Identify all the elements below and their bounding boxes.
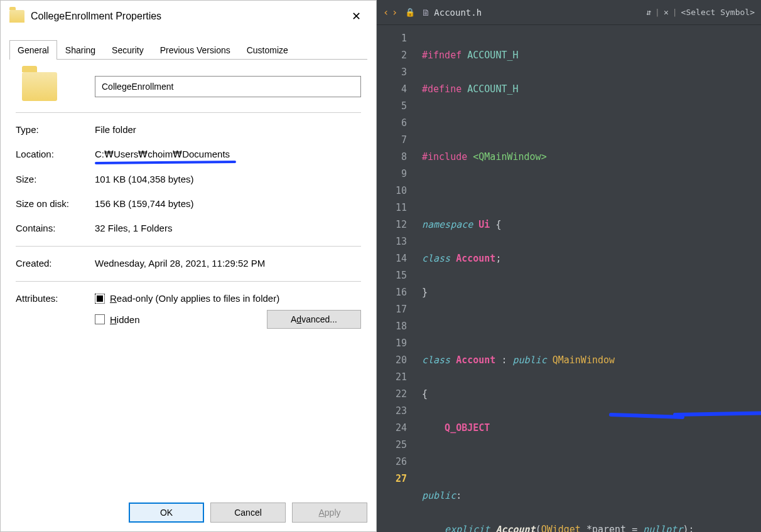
apply-button[interactable]: Apply <box>292 503 367 523</box>
size-label: Size: <box>16 174 95 184</box>
line-number-gutter: 1234567891011121314151617181920212223242… <box>377 25 414 532</box>
lock-icon: 🔒 <box>405 8 415 17</box>
attributes-label: Attributes: <box>16 293 95 329</box>
created-value: Wednesday, April 28, 2021, 11:29:52 PM <box>95 258 361 269</box>
row-location: Location:C:₩Users₩choim₩Documents <box>16 149 361 160</box>
advanced-button[interactable]: Advanced... <box>267 310 361 329</box>
created-label: Created: <box>16 258 95 269</box>
nav-back-icon[interactable]: ‹ <box>383 6 389 18</box>
size-value: 101 KB (104,358 bytes) <box>95 174 361 184</box>
contains-label: Contains: <box>16 223 95 233</box>
readonly-label: Read-only (Only applies to files in fold… <box>110 293 279 304</box>
ok-button[interactable]: OK <box>129 503 204 523</box>
tabs: General Sharing Security Previous Versio… <box>9 40 367 60</box>
tab-sharing[interactable]: Sharing <box>57 40 104 60</box>
file-name-label[interactable]: Account.h <box>434 8 482 18</box>
cancel-button[interactable]: Cancel <box>210 503 286 523</box>
properties-dialog: CollegeEnrollment Properties ✕ General S… <box>0 0 377 532</box>
sod-value: 156 KB (159,744 bytes) <box>95 198 361 209</box>
dialog-button-row: OK Cancel Apply <box>1 494 376 531</box>
row-size-on-disk: Size on disk:156 KB (159,744 bytes) <box>16 198 361 209</box>
updown-icon[interactable]: ⇵ <box>646 8 651 17</box>
close-doc-icon[interactable]: ✕ <box>664 8 669 17</box>
hidden-checkbox[interactable] <box>95 314 105 324</box>
folder-icon-large <box>22 72 57 101</box>
contains-value: 32 Files, 1 Folders <box>95 223 361 233</box>
nav-forward-icon[interactable]: › <box>392 6 398 18</box>
title-bar: CollegeEnrollment Properties ✕ <box>1 1 376 32</box>
tab-general[interactable]: General <box>9 40 57 60</box>
row-type: Type:File folder <box>16 124 361 135</box>
row-contains: Contains:32 Files, 1 Folders <box>16 223 361 233</box>
tab-security[interactable]: Security <box>104 40 152 60</box>
readonly-checkbox[interactable] <box>95 294 105 304</box>
type-label: Type: <box>16 124 95 135</box>
editor-toolbar: ‹ › 🔒 🗎 Account.h ⇵ | ✕ | <Select Symbol… <box>377 0 761 25</box>
close-button[interactable]: ✕ <box>345 5 367 28</box>
hidden-checkbox-row[interactable]: Hidden <box>95 314 140 325</box>
annotation-underline <box>673 410 761 417</box>
file-icon: 🗎 <box>421 8 430 18</box>
location-value: C:₩Users₩choim₩Documents <box>95 149 361 160</box>
readonly-checkbox-row[interactable]: Read-only (Only applies to files in fold… <box>95 293 361 304</box>
folder-name-input[interactable] <box>95 76 361 97</box>
row-size: Size:101 KB (104,358 bytes) <box>16 174 361 184</box>
code-editor: ‹ › 🔒 🗎 Account.h ⇵ | ✕ | <Select Symbol… <box>377 0 761 532</box>
sod-label: Size on disk: <box>16 198 95 209</box>
location-label: Location: <box>16 149 95 160</box>
folder-icon <box>9 10 24 23</box>
type-value: File folder <box>95 124 361 135</box>
hidden-label: Hidden <box>110 314 140 325</box>
row-created: Created:Wednesday, April 28, 2021, 11:29… <box>16 258 361 269</box>
symbol-selector[interactable]: <Select Symbol> <box>681 8 755 17</box>
dialog-title: CollegeEnrollment Properties <box>31 11 345 22</box>
tab-previous-versions[interactable]: Previous Versions <box>152 40 239 60</box>
tab-customize[interactable]: Customize <box>239 40 296 60</box>
code-area[interactable]: #ifndef ACCOUNT_H #define ACCOUNT_H #inc… <box>414 25 761 532</box>
